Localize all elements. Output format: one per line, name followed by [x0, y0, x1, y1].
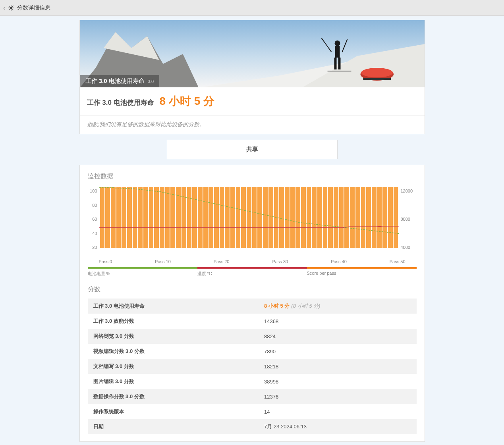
- table-row: 工作 3.0 电池使用寿命8 小时 5 分(8 小时 5 分): [88, 299, 417, 314]
- scores-title: 分数: [88, 285, 417, 294]
- svg-rect-11: [335, 46, 340, 58]
- hero-label: 工作 3.0 电池使用寿命 3.0: [80, 75, 160, 87]
- svg-point-4: [10, 7, 12, 9]
- app-icon: [8, 4, 15, 12]
- headline-note: 抱歉,我们没有足够的数据来对比此设备的分数。: [80, 116, 425, 134]
- hero-banner: 工作 3.0 电池使用寿命 3.0: [79, 20, 425, 87]
- table-row: 操作系统版本14: [88, 404, 417, 419]
- score-table: 工作 3.0 电池使用寿命8 小时 5 分(8 小时 5 分)工作 3.0 效能…: [88, 299, 417, 434]
- window-title: 分数详细信息: [17, 4, 50, 12]
- svg-point-10: [334, 40, 340, 46]
- headline-label: 工作 3.0 电池使用寿命: [87, 98, 154, 107]
- table-row: 数据操作分数 3.0 分数12376: [88, 389, 417, 404]
- title-bar: ‹ 分数详细信息: [0, 0, 504, 16]
- table-row: 日期7月 23 2024 06:13: [88, 419, 417, 434]
- monitor-chart: 10080604020 1200080004000: [88, 186, 417, 258]
- monitor-panel: 监控数据 10080604020 1200080004000 Pass 0Pas…: [79, 165, 425, 442]
- y-axis-left: 10080604020: [88, 186, 99, 258]
- table-row: 工作 3.0 效能分数14368: [88, 314, 417, 329]
- table-row: 文档编写 3.0 分数18218: [88, 359, 417, 374]
- svg-rect-12: [334, 58, 336, 69]
- share-button[interactable]: 共享: [167, 140, 338, 159]
- table-row: 图片编辑 3.0 分数38998: [88, 374, 417, 389]
- table-row: 网络浏览 3.0 分数8824: [88, 329, 417, 344]
- svg-rect-13: [338, 58, 340, 69]
- headline-value: 8 小时 5 分: [160, 94, 214, 109]
- svg-point-18: [361, 68, 393, 77]
- y-axis-right: 1200080004000: [399, 186, 417, 258]
- table-row: 视频编辑分数 3.0 分数7890: [88, 344, 417, 359]
- back-icon[interactable]: ‹: [3, 4, 5, 12]
- chart-legend: 电池电量 %温度 °CScore per pass: [88, 267, 417, 277]
- svg-rect-19: [363, 78, 391, 80]
- x-axis: Pass 0Pass 10Pass 20Pass 30Pass 40Pass 5…: [88, 258, 417, 264]
- monitor-title: 监控数据: [88, 172, 417, 181]
- headline-card: 工作 3.0 电池使用寿命 8 小时 5 分 抱歉,我们没有足够的数据来对比此设…: [79, 87, 425, 134]
